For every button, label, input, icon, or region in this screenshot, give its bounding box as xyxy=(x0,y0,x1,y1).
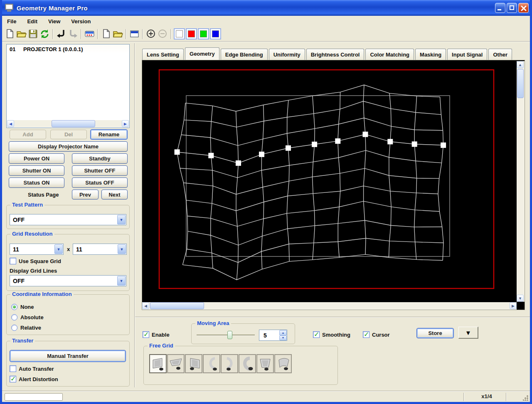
swatch-blue[interactable] xyxy=(210,28,221,39)
manual-transfer-button[interactable]: Manual Transfer xyxy=(10,350,126,362)
scroll-thumb[interactable] xyxy=(150,302,204,309)
grid-h-select[interactable]: 11 ▼ xyxy=(10,244,64,255)
scroll-track[interactable] xyxy=(517,68,525,295)
scroll-down-icon[interactable]: ▼ xyxy=(517,295,524,302)
smoothing-checkbox[interactable]: ✓Smoothing xyxy=(313,331,350,338)
grid-handle[interactable] xyxy=(259,152,264,157)
projector-list-hscrollbar[interactable]: ◀ ▶ xyxy=(7,120,129,127)
free-grid-mode-screen-tilt-right-icon[interactable] xyxy=(149,354,167,373)
grid-handle[interactable] xyxy=(441,143,446,148)
tab-edge-blending[interactable]: Edge Blending xyxy=(221,49,268,60)
grid-handle[interactable] xyxy=(208,153,214,158)
slider-track[interactable] xyxy=(197,335,255,336)
tab-geometry[interactable]: Geometry xyxy=(185,47,219,60)
minimize-button[interactable] xyxy=(495,3,505,13)
scroll-track[interactable] xyxy=(149,302,510,310)
maximize-button[interactable] xyxy=(507,3,517,13)
store-dropdown-button[interactable]: ▼ xyxy=(458,327,478,339)
resize-grip[interactable] xyxy=(523,395,529,401)
grid-handle[interactable] xyxy=(335,138,340,144)
chevron-down-icon[interactable]: ▼ xyxy=(117,276,126,286)
grid-handle[interactable] xyxy=(363,132,368,137)
projector-list-item[interactable]: 01PROJECTOR 1 (0.0.0.1) xyxy=(7,44,129,54)
free-grid-mode-screen-top-tilt-icon[interactable] xyxy=(167,354,185,373)
canvas-vscrollbar[interactable]: ▲ ▼ xyxy=(517,61,525,302)
spin-down-icon[interactable]: ▼ xyxy=(279,335,287,341)
free-grid-mode-screen-rear-icon[interactable] xyxy=(256,354,274,373)
grid-handle[interactable] xyxy=(387,139,393,144)
redo-icon-disabled[interactable] xyxy=(67,28,79,40)
grid-handle[interactable] xyxy=(175,149,180,155)
scroll-right-icon[interactable]: ▶ xyxy=(510,302,517,309)
scroll-track[interactable] xyxy=(14,120,122,127)
tab-masking[interactable]: Masking xyxy=(415,49,446,60)
free-grid-mode-screen-tilt-left-icon[interactable] xyxy=(185,354,202,373)
chevron-down-icon[interactable]: ▼ xyxy=(117,215,126,224)
status-off-button[interactable]: Status OFF xyxy=(72,177,128,188)
status-page-prev-button[interactable]: Prev xyxy=(72,190,99,200)
zoom-in-icon[interactable] xyxy=(145,28,157,40)
tab-lens-setting[interactable]: Lens Setting xyxy=(142,49,184,60)
standby-button[interactable]: Standby xyxy=(72,153,128,164)
tab-input-signal[interactable]: Input Signal xyxy=(447,49,487,60)
coordinate-radio-relative[interactable]: Relative xyxy=(11,323,123,333)
tab-uniformity[interactable]: Uniformity xyxy=(269,49,305,60)
moving-area-spinner[interactable]: 5 ▲ ▼ xyxy=(259,330,287,341)
free-grid-mode-sphere-curve-icon[interactable] xyxy=(239,354,256,373)
grid-handle[interactable] xyxy=(236,160,241,166)
projector-list[interactable]: 01PROJECTOR 1 (0.0.0.1) ◀ ▶ xyxy=(6,44,130,128)
refresh-icon[interactable] xyxy=(39,28,50,40)
chevron-down-icon[interactable]: ▼ xyxy=(118,244,126,254)
add-button[interactable]: Add xyxy=(10,130,46,139)
swatch-red[interactable] xyxy=(186,28,197,39)
grid-handle[interactable] xyxy=(312,142,317,147)
tab-brightness-control[interactable]: Brightness Control xyxy=(306,49,365,60)
geometry-canvas[interactable] xyxy=(142,61,517,302)
free-grid-mode-curve-open-left-icon[interactable] xyxy=(221,354,238,373)
tab-color-matching[interactable]: Color Matching xyxy=(365,49,414,60)
swatch-green[interactable] xyxy=(198,28,209,39)
status-page-next-button[interactable]: Next xyxy=(101,190,128,200)
scroll-up-icon[interactable]: ▲ xyxy=(517,61,524,68)
save-file-icon[interactable] xyxy=(27,28,39,40)
free-grid-mode-curve-open-right-icon[interactable] xyxy=(203,354,220,373)
grid-mesh[interactable] xyxy=(142,61,517,302)
alert-distortion-checkbox[interactable]: ✓Alert Distortion xyxy=(10,376,58,382)
swatch-white[interactable] xyxy=(174,28,185,39)
menu-edit[interactable]: Edit xyxy=(27,18,37,25)
slider-thumb[interactable] xyxy=(227,331,232,339)
display-config-icon[interactable] xyxy=(84,28,95,40)
power-on-button[interactable]: Power ON xyxy=(9,153,64,164)
zoom-out-icon-disabled[interactable] xyxy=(157,28,168,40)
chevron-down-icon[interactable]: ▼ xyxy=(54,244,63,254)
display-projector-name-button[interactable]: Display Projector Name xyxy=(9,141,128,152)
display-grid-lines-select[interactable]: OFF ▼ xyxy=(10,275,126,286)
grid-handle[interactable] xyxy=(286,145,291,151)
window-frame-icon[interactable] xyxy=(128,28,140,40)
coordinate-radio-absolute[interactable]: Absolute xyxy=(11,312,123,323)
new-file-icon[interactable] xyxy=(4,28,15,40)
use-square-grid-checkbox[interactable]: Use Square Grid xyxy=(10,258,61,264)
menu-version[interactable]: Version xyxy=(71,18,91,25)
shutter-on-button[interactable]: Shutter ON xyxy=(9,165,64,176)
menu-view[interactable]: View xyxy=(48,18,60,25)
enable-checkbox[interactable]: ✓Enable xyxy=(143,331,170,338)
open-window-icon[interactable] xyxy=(112,28,123,40)
auto-transfer-checkbox[interactable]: Auto Transfer xyxy=(10,365,54,372)
status-on-button[interactable]: Status ON xyxy=(9,177,64,188)
scroll-thumb[interactable] xyxy=(517,69,524,98)
free-grid-mode-curve-small-icon[interactable] xyxy=(274,354,292,373)
undo-icon[interactable] xyxy=(55,28,67,40)
store-button[interactable]: Store xyxy=(416,328,454,338)
grid-handle[interactable] xyxy=(412,141,417,147)
grid-v-select[interactable]: 11 ▼ xyxy=(73,244,127,255)
new-window-icon[interactable] xyxy=(100,28,112,40)
scroll-right-icon[interactable]: ▶ xyxy=(122,120,129,127)
tab-other[interactable]: Other xyxy=(488,49,512,60)
menu-file[interactable]: File xyxy=(7,18,16,25)
scroll-left-icon[interactable]: ◀ xyxy=(142,302,149,309)
moving-area-slider[interactable] xyxy=(197,331,255,339)
shutter-off-button[interactable]: Shutter OFF xyxy=(72,165,128,176)
scroll-thumb[interactable] xyxy=(52,120,95,127)
del-button[interactable]: Del xyxy=(50,130,87,139)
